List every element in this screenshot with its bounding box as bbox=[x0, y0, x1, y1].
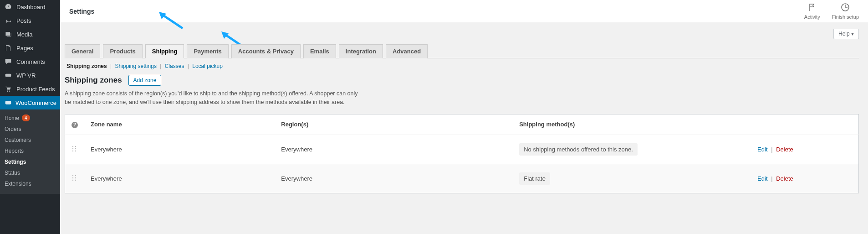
submenu-label: Customers bbox=[5, 137, 31, 143]
col-actions bbox=[751, 114, 858, 135]
media-icon bbox=[5, 31, 13, 38]
drag-handle-icon[interactable] bbox=[71, 176, 77, 182]
svg-point-10 bbox=[75, 150, 76, 151]
sidebar-item-media[interactable]: Media bbox=[0, 27, 60, 41]
submenu-label: Settings bbox=[5, 159, 26, 165]
activity-label: Activity bbox=[804, 14, 820, 20]
zone-region: Everywhere bbox=[275, 164, 513, 193]
tab-advanced[interactable]: Advanced bbox=[386, 44, 428, 58]
submenu-label: Reports bbox=[5, 148, 24, 154]
subnav-link-settings[interactable]: Shipping settings bbox=[115, 63, 156, 69]
zone-method: No shipping methods offered to this zone… bbox=[513, 135, 751, 164]
drag-handle-icon[interactable] bbox=[71, 146, 77, 153]
tab-general[interactable]: General bbox=[65, 44, 100, 58]
svg-point-1 bbox=[7, 91, 8, 92]
sidebar-item-label: Dashboard bbox=[16, 4, 46, 10]
separator: | bbox=[769, 146, 774, 153]
sidebar-item-pages[interactable]: Pages bbox=[0, 41, 60, 55]
vr-icon bbox=[5, 72, 13, 79]
sidebar-item-dashboard[interactable]: Dashboard bbox=[0, 0, 60, 14]
svg-point-8 bbox=[75, 148, 76, 149]
tab-emails[interactable]: Emails bbox=[303, 44, 336, 58]
method-chip-none: No shipping methods offered to this zone… bbox=[519, 143, 638, 156]
row-delete-link[interactable]: Delete bbox=[776, 175, 793, 182]
zones-table: ? Zone name Region(s) Shipping method(s)… bbox=[65, 114, 859, 193]
help-button[interactable]: Help ▾ bbox=[833, 29, 859, 39]
svg-point-15 bbox=[72, 179, 73, 180]
admin-sidebar: Dashboard Posts Media Pages Comments WP … bbox=[0, 0, 60, 234]
submenu-item-customers[interactable]: Customers bbox=[0, 135, 60, 146]
tab-label: Products bbox=[110, 48, 135, 55]
svg-rect-0 bbox=[5, 74, 11, 77]
sidebar-item-label: Media bbox=[16, 31, 32, 38]
svg-point-9 bbox=[72, 150, 73, 151]
svg-point-6 bbox=[75, 146, 76, 146]
col-method: Shipping method(s) bbox=[513, 114, 751, 135]
zone-region: Everywhere bbox=[275, 135, 513, 164]
subnav-link-localpickup[interactable]: Local pickup bbox=[192, 63, 223, 69]
sidebar-item-posts[interactable]: Posts bbox=[0, 14, 60, 27]
table-row: Everywhere Everywhere Flat rate Edit | D… bbox=[65, 164, 859, 193]
sidebar-item-label: Posts bbox=[16, 17, 31, 24]
subnav-link-classes[interactable]: Classes bbox=[165, 63, 184, 69]
separator: | bbox=[158, 63, 163, 69]
tab-products[interactable]: Products bbox=[103, 44, 142, 58]
zone-name: Everywhere bbox=[84, 164, 275, 193]
svg-point-14 bbox=[75, 177, 76, 178]
tab-label: Emails bbox=[310, 48, 329, 55]
tab-label: Integration bbox=[346, 48, 376, 55]
sidebar-item-label: Pages bbox=[16, 45, 33, 52]
help-tooltip-icon[interactable]: ? bbox=[71, 122, 78, 128]
submenu-item-status[interactable]: Status bbox=[0, 167, 60, 178]
woo-submenu: Home 4 Orders Customers Reports Settings… bbox=[0, 109, 60, 194]
woo-icon bbox=[5, 99, 12, 106]
shipping-subnav: Shipping zones | Shipping settings | Cla… bbox=[65, 58, 859, 69]
svg-point-16 bbox=[75, 179, 76, 180]
tab-label: Accounts & Privacy bbox=[238, 48, 294, 55]
tab-label: Payments bbox=[194, 48, 221, 55]
row-edit-link[interactable]: Edit bbox=[757, 175, 767, 182]
separator: | bbox=[186, 63, 191, 69]
notification-badge: 4 bbox=[22, 114, 30, 121]
page-title: Settings bbox=[69, 8, 94, 15]
sidebar-item-productfeeds[interactable]: Product Feeds bbox=[0, 82, 60, 96]
submenu-item-settings[interactable]: Settings bbox=[0, 156, 60, 167]
svg-point-2 bbox=[9, 91, 10, 92]
tab-accounts-privacy[interactable]: Accounts & Privacy bbox=[231, 44, 301, 58]
submenu-label: Home bbox=[5, 115, 19, 121]
tab-shipping[interactable]: Shipping bbox=[145, 44, 184, 58]
sidebar-item-label: WP VR bbox=[16, 72, 36, 79]
zone-name: Everywhere bbox=[84, 135, 275, 164]
submenu-item-reports[interactable]: Reports bbox=[0, 146, 60, 156]
row-delete-link[interactable]: Delete bbox=[776, 146, 793, 153]
settings-tabs: General Products Shipping Payments Accou… bbox=[65, 42, 859, 58]
pin-icon bbox=[5, 17, 13, 24]
svg-point-12 bbox=[75, 175, 76, 176]
row-edit-link[interactable]: Edit bbox=[757, 146, 767, 153]
svg-point-13 bbox=[72, 177, 73, 178]
svg-point-11 bbox=[72, 175, 73, 176]
comment-icon bbox=[5, 58, 13, 65]
main-area: Settings Activity Finish setup bbox=[60, 0, 868, 234]
subnav-current: Shipping zones bbox=[66, 63, 107, 69]
svg-rect-3 bbox=[5, 101, 11, 104]
table-row: Everywhere Everywhere No shipping method… bbox=[65, 135, 859, 164]
submenu-item-orders[interactable]: Orders bbox=[0, 124, 60, 135]
sidebar-item-label: Comments bbox=[16, 58, 45, 65]
activity-button[interactable]: Activity bbox=[804, 3, 820, 20]
sidebar-item-woocommerce[interactable]: WooCommerce bbox=[0, 96, 60, 109]
pages-icon bbox=[5, 44, 13, 52]
add-zone-button[interactable]: Add zone bbox=[128, 75, 162, 86]
sidebar-item-wpvr[interactable]: WP VR bbox=[0, 68, 60, 82]
tab-payments[interactable]: Payments bbox=[187, 44, 228, 58]
submenu-item-extensions[interactable]: Extensions bbox=[0, 178, 60, 189]
tab-integration[interactable]: Integration bbox=[339, 44, 383, 58]
separator: | bbox=[108, 63, 113, 69]
topbar: Settings Activity Finish setup bbox=[60, 0, 868, 22]
col-region: Region(s) bbox=[275, 114, 513, 135]
tab-label: Advanced bbox=[393, 48, 421, 55]
finish-setup-button[interactable]: Finish setup bbox=[832, 3, 859, 20]
section-description: A shipping zone consists of the region(s… bbox=[65, 89, 361, 107]
submenu-item-home[interactable]: Home 4 bbox=[0, 112, 60, 124]
sidebar-item-comments[interactable]: Comments bbox=[0, 55, 60, 68]
